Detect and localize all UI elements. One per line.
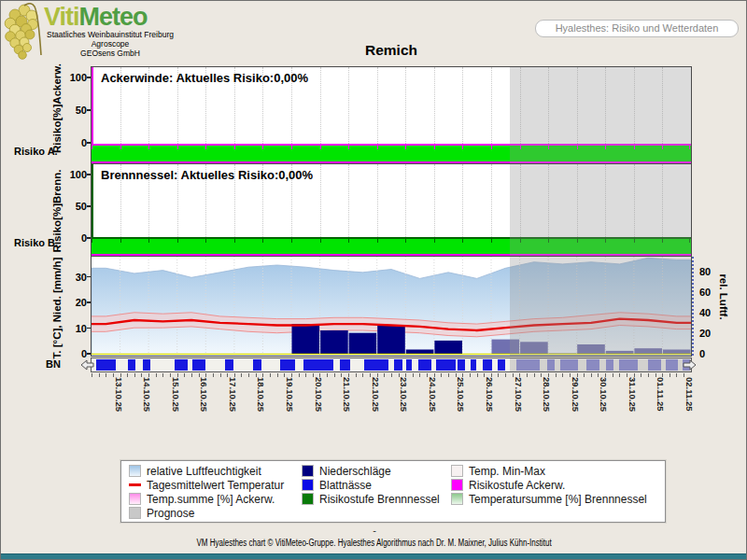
leaf-wetness-segment <box>560 359 578 371</box>
y-axis-line <box>92 67 93 144</box>
legend-item-label: Temp.summe [%] Ackerw. <box>147 493 275 506</box>
date-label: 02.11.25 <box>684 377 695 411</box>
logo-subtitle-institute: Staatliches Weinbauinstitut Freiburg <box>42 30 178 39</box>
gridline <box>634 67 635 144</box>
day-tickmark <box>120 239 121 243</box>
gridline <box>462 164 463 239</box>
legend-item: Temp.summe [%] Ackerw. <box>129 493 284 507</box>
legend-item: Risikostufe Brennnessel <box>302 493 440 507</box>
y-tick-label: 50 <box>61 201 87 212</box>
day-tickmark <box>434 239 435 243</box>
precip-bar <box>320 330 348 355</box>
date-label: 17.10.25 <box>228 377 238 412</box>
day-tickmark <box>689 239 690 243</box>
legend-item: relative Luftfeuchtigkeit <box>129 465 284 479</box>
leaf-wetness-segment <box>96 359 116 371</box>
precip-bar <box>520 342 548 355</box>
legend-swatch-icon <box>451 493 463 505</box>
day-tickmark <box>205 239 206 243</box>
date-label: 13.10.25 <box>114 377 124 412</box>
y-tick-label-right: 40 <box>699 307 724 318</box>
day-tickmark <box>405 239 406 243</box>
leaf-wetness-segment <box>364 359 388 371</box>
scroll-left-arrow-icon[interactable] <box>80 359 94 371</box>
date-label: 14.10.25 <box>142 377 152 412</box>
day-tickmark <box>548 146 549 149</box>
date-label: 18.10.25 <box>256 377 266 412</box>
day-tickmark <box>605 146 606 149</box>
gridline <box>605 164 606 239</box>
day-tickmark <box>291 239 292 243</box>
leaf-wetness-label: BN <box>33 358 61 370</box>
y-tickmark <box>87 353 91 355</box>
y-tick-label: 0 <box>61 348 87 359</box>
date-label: 30.10.25 <box>599 377 609 412</box>
legend-item-label: Tagesmittelwert Temperatur <box>147 479 284 492</box>
y-tickmark <box>87 237 91 239</box>
gridline <box>434 67 435 144</box>
precip-bar <box>349 333 377 355</box>
day-tickmark <box>92 239 92 243</box>
day-tickmark <box>262 146 263 149</box>
leaf-wetness-segment <box>471 359 476 371</box>
y-tickmark <box>87 174 91 175</box>
gridline <box>577 164 578 239</box>
day-tickmark <box>234 239 235 243</box>
gridline <box>320 67 321 144</box>
date-label: 01.11.25 <box>655 377 666 411</box>
logo-word-meteo: Meteo <box>79 3 148 31</box>
gridline <box>348 67 349 144</box>
day-tickmark <box>434 146 435 149</box>
date-label: 15.10.25 <box>171 377 181 412</box>
day-tickmark <box>520 146 521 149</box>
leaf-wetness-segment <box>225 359 233 371</box>
date-label: 31.10.25 <box>627 377 638 412</box>
scroll-right-arrow-icon[interactable] <box>683 359 697 371</box>
grape-logo-icon <box>3 3 46 61</box>
date-label: 19.10.25 <box>285 377 295 412</box>
y-tickmark <box>87 276 91 278</box>
leaf-wetness-strip <box>91 357 692 372</box>
y-tickmark <box>87 142 91 144</box>
legend-item-label: Prognose <box>147 507 194 520</box>
footer-bar <box>1 553 747 559</box>
day-tickmark <box>177 146 178 149</box>
legend-item: Tagesmittelwert Temperatur <box>129 479 284 493</box>
precip-bar <box>434 341 462 355</box>
gridline <box>520 67 521 144</box>
legend-swatch-icon <box>129 507 141 519</box>
leaf-wetness-segment <box>394 359 402 371</box>
day-tickmark <box>291 146 292 149</box>
day-tickmark <box>320 239 321 243</box>
legend-item: Risikostufe Ackerw. <box>451 479 647 493</box>
day-tickmark <box>689 146 690 149</box>
day-tickmark <box>462 239 463 243</box>
gridline <box>320 164 321 239</box>
y-tickmark <box>87 109 91 111</box>
y-tick-label-right: 80 <box>699 266 724 277</box>
legend-swatch-icon <box>302 479 314 491</box>
day-tickmark <box>491 146 492 149</box>
day-tickmark <box>348 239 349 243</box>
leaf-wetness-segment <box>143 359 150 371</box>
legend-column: Temp. Min-MaxRisikostufe Ackerw.Temperat… <box>451 465 647 507</box>
leaf-wetness-segment <box>175 359 188 371</box>
leaf-wetness-segment <box>547 359 555 371</box>
leaf-wetness-segment <box>436 359 456 371</box>
legend-item-label: Temp. Min-Max <box>469 465 545 478</box>
vitimeteo-app: VitiMeteo Staatliches Weinbauinstitut Fr… <box>0 0 747 560</box>
right-axis-ticks <box>692 257 694 356</box>
leaf-wetness-segment <box>303 359 333 371</box>
day-tickmark <box>634 239 635 243</box>
day-tickmark <box>491 239 492 243</box>
date-label: 27.10.25 <box>514 377 524 412</box>
risk-a-band-label: Risiko A. <box>14 146 57 157</box>
y-tick-label: 100 <box>61 169 87 180</box>
day-tickmark <box>462 146 463 149</box>
gridline <box>377 67 378 144</box>
leaf-wetness-segment <box>516 359 541 371</box>
y-tick-label-right: 20 <box>699 328 724 339</box>
day-tickmark <box>377 146 378 149</box>
red-line-icon <box>129 483 141 486</box>
legend-item: Blattnässe <box>302 479 440 493</box>
